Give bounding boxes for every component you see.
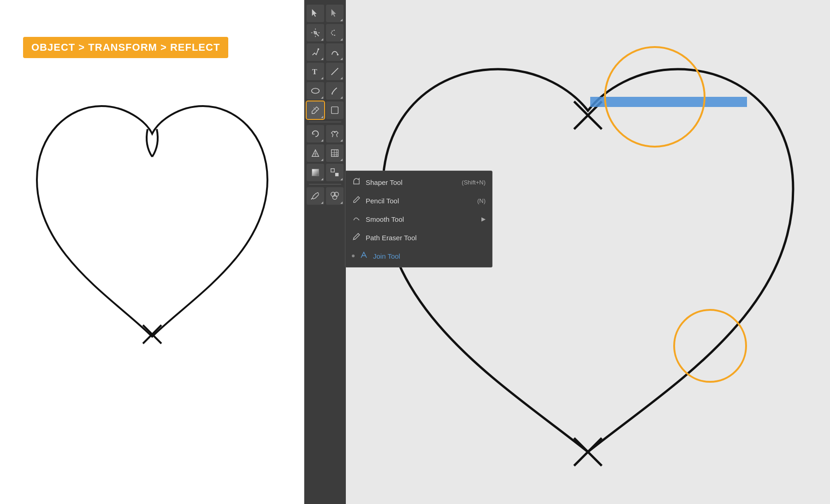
- svg-line-30: [353, 239, 355, 240]
- perspective-tool-button[interactable]: [307, 144, 324, 162]
- tool-row-6: [305, 101, 345, 119]
- object-transform-reflect-label: OBJECT > TRANSFORM > REFLECT: [23, 37, 228, 58]
- eyedropper-tool-button[interactable]: [307, 187, 324, 205]
- magic-wand-tool-button[interactable]: [307, 24, 324, 42]
- pencil-group-dropdown: Shaper Tool (Shift+N) Pencil Tool (N) Sm…: [345, 171, 492, 267]
- pencil-group-tool-button[interactable]: [307, 101, 324, 119]
- path-eraser-tool-item[interactable]: Path Eraser Tool: [345, 228, 492, 247]
- right-panel: T: [304, 0, 830, 504]
- smooth-tool-item[interactable]: Smooth Tool ▶: [345, 210, 492, 228]
- puppet-tool-button[interactable]: [326, 125, 344, 142]
- left-panel: OBJECT > TRANSFORM > REFLECT: [0, 0, 304, 504]
- svg-rect-25: [335, 173, 338, 176]
- tool-row-4: T: [305, 63, 345, 80]
- shaper-tool-item[interactable]: Shaper Tool (Shift+N): [345, 173, 492, 191]
- separator-2: [309, 184, 341, 184]
- svg-line-26: [311, 198, 313, 200]
- curvature-tool-button[interactable]: [326, 43, 344, 61]
- tool-row-10: [305, 187, 345, 205]
- paintbrush-tool-button[interactable]: [326, 82, 344, 100]
- mesh-tool-button[interactable]: [326, 144, 344, 162]
- join-tool-item[interactable]: Join Tool: [345, 247, 492, 265]
- tool-row-2: [305, 24, 345, 42]
- join-tool-dot: [352, 255, 355, 257]
- selection-tool-button[interactable]: [307, 5, 324, 22]
- svg-rect-18: [332, 150, 338, 157]
- path-eraser-tool-icon: [352, 232, 361, 243]
- tool-row-9: [305, 164, 345, 181]
- svg-text:T: T: [312, 67, 317, 76]
- smooth-tool-icon: [352, 214, 361, 224]
- placeholder-tool-button[interactable]: [326, 101, 344, 119]
- live-paint-tool-button[interactable]: [326, 187, 344, 205]
- gradient-tool-button[interactable]: [307, 164, 324, 181]
- svg-point-11: [312, 89, 320, 94]
- pencil-tool-shortcut: (N): [477, 197, 486, 204]
- svg-point-14: [334, 131, 336, 133]
- svg-rect-23: [312, 169, 319, 176]
- svg-rect-24: [331, 169, 334, 172]
- left-heart-svg: [23, 69, 281, 364]
- pencil-tool-label: Pencil Tool: [366, 197, 399, 205]
- shaper-tool-shortcut: (Shift+N): [462, 179, 486, 186]
- blend-tool-button[interactable]: [326, 164, 344, 181]
- svg-point-8: [337, 54, 339, 56]
- svg-line-10: [332, 68, 338, 75]
- tool-row-7: [305, 125, 345, 142]
- shaper-tool-icon: [352, 177, 361, 187]
- direct-selection-tool-button[interactable]: [326, 5, 344, 22]
- pen-tool-button[interactable]: [307, 43, 324, 61]
- tool-row-5: [305, 82, 345, 100]
- join-tool-label: Join Tool: [373, 252, 400, 260]
- separator-1: [309, 122, 341, 122]
- svg-point-7: [318, 48, 320, 50]
- smooth-tool-submenu-arrow: ▶: [481, 216, 486, 222]
- type-tool-button[interactable]: T: [307, 63, 324, 80]
- smooth-tool-label: Smooth Tool: [366, 215, 404, 223]
- pencil-tool-icon: [352, 196, 361, 206]
- join-tool-icon: [359, 251, 368, 261]
- svg-rect-13: [332, 107, 338, 114]
- line-tool-button[interactable]: [326, 63, 344, 80]
- tool-row-8: [305, 144, 345, 162]
- pencil-tool-item[interactable]: Pencil Tool (N): [345, 191, 492, 210]
- path-eraser-tool-label: Path Eraser Tool: [366, 234, 417, 242]
- tool-row-1: [305, 5, 345, 22]
- toolbar: T: [304, 0, 346, 504]
- tool-row-3: [305, 43, 345, 61]
- shaper-tool-label: Shaper Tool: [366, 178, 403, 186]
- ellipse-tool-button[interactable]: [307, 82, 324, 100]
- lasso-tool-button[interactable]: [326, 24, 344, 42]
- rotate-tool-button[interactable]: [307, 125, 324, 142]
